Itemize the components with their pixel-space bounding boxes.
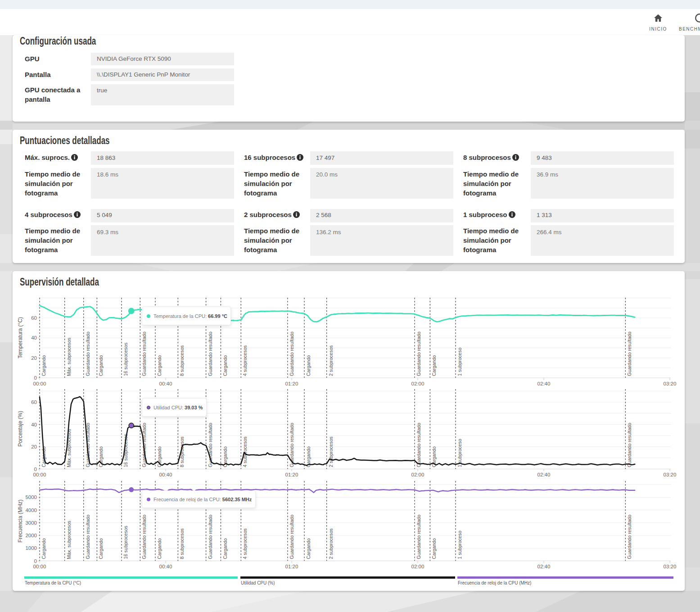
svg-text:2 subprocesos: 2 subprocesos xyxy=(328,345,334,376)
svg-text:Guardando resultado: Guardando resultado xyxy=(416,423,421,467)
svg-text:Frecuencia (MHz): Frecuencia (MHz) xyxy=(17,499,23,542)
svg-text:2 subprocesos: 2 subprocesos xyxy=(328,528,334,559)
svg-text:02:00: 02:00 xyxy=(411,564,425,569)
svg-text:Guardando resultado: Guardando resultado xyxy=(208,423,213,467)
svg-text:Cargando: Cargando xyxy=(157,355,162,376)
svg-text:Cargando: Cargando xyxy=(98,355,104,376)
svg-text:Temperatura (°C): Temperatura (°C) xyxy=(17,317,23,358)
svg-text:Cargando: Cargando xyxy=(431,538,437,559)
svg-text:Cargando: Cargando xyxy=(41,538,46,559)
svg-text:3000: 3000 xyxy=(25,520,37,526)
svg-text:Guardando resultado: Guardando resultado xyxy=(208,515,213,559)
svg-text:Máx. subprocesos: Máx. subprocesos xyxy=(66,521,72,559)
svg-text:0: 0 xyxy=(34,467,37,472)
svg-text:00:40: 00:40 xyxy=(159,381,172,386)
svg-text:20: 20 xyxy=(31,444,37,449)
svg-text:40: 40 xyxy=(31,335,37,340)
svg-text:8 subprocesos: 8 subprocesos xyxy=(179,436,185,467)
svg-text:Cargando: Cargando xyxy=(157,538,162,559)
svg-text:Cargando: Cargando xyxy=(306,538,311,559)
svg-text:Guardando resultado: Guardando resultado xyxy=(289,515,294,559)
svg-text:40: 40 xyxy=(31,422,37,427)
svg-text:16 subprocesos: 16 subprocesos xyxy=(123,343,128,376)
svg-text:Guardando resultado: Guardando resultado xyxy=(627,515,632,559)
svg-text:4 subprocesos: 4 subprocesos xyxy=(242,345,248,376)
svg-text:00:00: 00:00 xyxy=(33,472,46,477)
svg-text:4 subprocesos: 4 subprocesos xyxy=(242,528,248,559)
svg-text:Guardando resultado: Guardando resultado xyxy=(416,331,421,376)
svg-text:Porcentaje (%): Porcentaje (%) xyxy=(17,411,23,446)
svg-text:60: 60 xyxy=(31,315,37,321)
svg-text:Guardando resultado: Guardando resultado xyxy=(85,515,90,559)
svg-text:Guardando resultado: Guardando resultado xyxy=(85,331,90,376)
svg-text:Guardando resultado: Guardando resultado xyxy=(416,515,421,559)
svg-text:00:40: 00:40 xyxy=(159,564,172,569)
svg-text:20: 20 xyxy=(31,355,37,361)
svg-text:Guardando resultado: Guardando resultado xyxy=(627,331,632,376)
svg-text:0: 0 xyxy=(34,375,37,381)
svg-text:00:00: 00:00 xyxy=(33,381,46,386)
svg-text:2000: 2000 xyxy=(25,533,37,538)
svg-text:Cargando: Cargando xyxy=(98,538,104,559)
svg-text:Cargando: Cargando xyxy=(222,355,228,376)
svg-text:Guardando resultado: Guardando resultado xyxy=(627,423,632,467)
svg-text:1 subproceso: 1 subproceso xyxy=(457,530,462,559)
svg-text:1000: 1000 xyxy=(25,545,37,551)
svg-text:Guardando resultado: Guardando resultado xyxy=(208,331,213,376)
svg-text:02:00: 02:00 xyxy=(411,472,425,477)
svg-text:8 subprocesos: 8 subprocesos xyxy=(179,528,185,559)
svg-text:Cargando: Cargando xyxy=(431,355,437,376)
svg-text:Guardando resultado: Guardando resultado xyxy=(289,331,294,376)
svg-text:01:20: 01:20 xyxy=(285,472,298,477)
svg-text:00:00: 00:00 xyxy=(33,564,46,569)
svg-text:16 subprocesos: 16 subprocesos xyxy=(123,526,128,559)
svg-text:8 subprocesos: 8 subprocesos xyxy=(179,345,185,376)
svg-text:02:40: 02:40 xyxy=(537,381,551,386)
svg-text:Cargando: Cargando xyxy=(41,355,46,376)
svg-text:5000: 5000 xyxy=(25,494,37,500)
svg-text:4 subprocesos: 4 subprocesos xyxy=(242,436,248,467)
svg-text:Cargando: Cargando xyxy=(306,355,311,376)
svg-text:0: 0 xyxy=(34,558,37,564)
svg-text:03:20: 03:20 xyxy=(664,564,677,569)
svg-text:2 subprocesos: 2 subprocesos xyxy=(328,436,334,467)
svg-text:02:40: 02:40 xyxy=(537,472,551,477)
svg-text:4000: 4000 xyxy=(25,508,37,513)
svg-text:00:40: 00:40 xyxy=(159,472,172,477)
svg-text:Máx. subprocesos: Máx. subprocesos xyxy=(66,338,72,376)
svg-text:02:40: 02:40 xyxy=(537,564,551,569)
svg-text:01:20: 01:20 xyxy=(285,564,298,569)
svg-text:Guardando resultado: Guardando resultado xyxy=(141,515,147,559)
svg-text:01:20: 01:20 xyxy=(285,381,298,386)
svg-text:1 subproceso: 1 subproceso xyxy=(457,348,462,376)
svg-text:Cargando: Cargando xyxy=(222,538,228,559)
svg-text:03:20: 03:20 xyxy=(664,381,677,386)
svg-text:02:00: 02:00 xyxy=(411,381,425,386)
svg-text:Guardando resultado: Guardando resultado xyxy=(141,331,147,376)
svg-text:60: 60 xyxy=(31,399,37,405)
svg-text:03:20: 03:20 xyxy=(664,472,677,477)
